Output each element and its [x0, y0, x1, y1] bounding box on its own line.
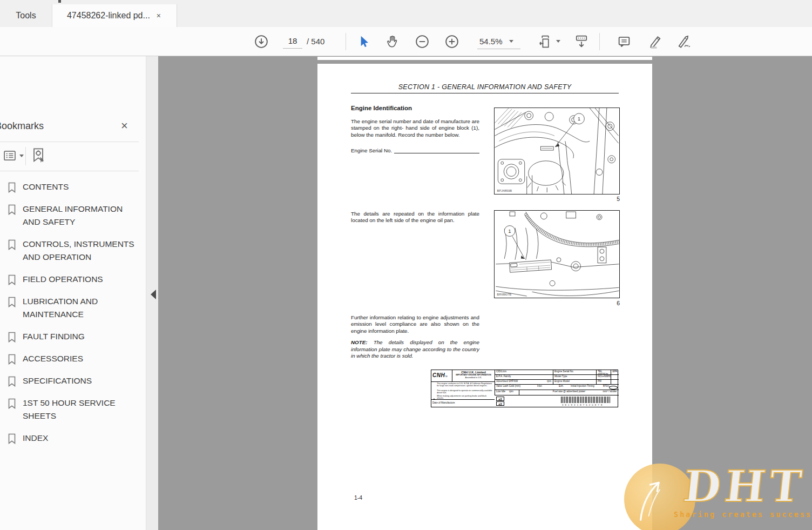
tab-bar: Tools 47458262-linked pd... ×	[0, 4, 812, 27]
highlight-pen-icon[interactable]	[647, 34, 662, 49]
plate-exh-label: Exh.	[559, 385, 564, 387]
paragraph-information-plate: The details are repeated on the informat…	[351, 211, 479, 224]
comment-icon[interactable]	[617, 34, 632, 49]
options-list-icon	[2, 148, 17, 163]
bookmark-item-general-information[interactable]: GENERAL INFORMATION AND SAFETY	[0, 199, 141, 229]
plate-adjustment-text: When making adjustments set parking brak…	[437, 395, 493, 400]
toolbar-divider	[346, 33, 346, 50]
bookmark-item-fault-finding[interactable]: FAULT FINDING	[0, 327, 141, 343]
divider	[25, 147, 26, 165]
expand-current-bookmark-button[interactable]	[30, 147, 46, 166]
divider	[0, 142, 139, 142]
bookmark-icon	[8, 433, 16, 444]
main-toolbar: 18 / 540 54.5%	[0, 27, 812, 56]
collapse-panel-arrow-icon[interactable]	[151, 290, 156, 299]
bookmark-item-field-operations[interactable]: FIELD OPERATIONS	[0, 270, 141, 286]
plate-fuel-rate-label: Fuel rate @ advertised power	[553, 390, 585, 393]
plate-advertised-label: Advertised SHP/kW	[496, 380, 518, 383]
plate-engine-serial-label: Engine Serial No.	[553, 370, 596, 375]
bookmark-icon	[8, 398, 16, 409]
scrolling-mode-icon[interactable]	[573, 33, 590, 50]
figure-5-number: 5	[607, 196, 620, 202]
bookmark-item-accessories[interactable]: ACCESSORIES	[0, 349, 141, 365]
bookmark-item-contents[interactable]: CONTENTS	[0, 177, 141, 193]
bookmark-item-first-50-hour[interactable]: 1ST 50 HOUR SERVICE SHEETS	[0, 393, 141, 422]
bookmark-item-controls-instruments[interactable]: CONTROLS, INSTRUMENTS AND OPERATION	[0, 234, 141, 264]
chevron-down-icon	[556, 40, 560, 43]
plate-model-type-label: Model Type	[553, 375, 596, 380]
section-header-rule	[351, 93, 619, 93]
bookmark-icon	[8, 354, 16, 365]
plate-inlet-label: Inlet	[537, 385, 542, 387]
plate-engine-model-label: Engine Model	[553, 380, 596, 385]
figure-6-number: 6	[607, 300, 620, 306]
page-number-input[interactable]: 18	[283, 35, 302, 49]
zoom-in-icon[interactable]	[444, 34, 459, 49]
page-count-label: / 540	[307, 35, 324, 49]
plate-injection-label: Initial Injection Timing	[571, 385, 594, 387]
tab-tools-label: Tools	[16, 11, 36, 21]
zoom-out-icon[interactable]	[415, 34, 430, 49]
engine-information-plate: CNHTM CNH U.K. Limited IMPORTANT ENGINE …	[431, 370, 618, 407]
bookmark-icon	[8, 332, 16, 343]
bookmark-icon	[8, 239, 16, 250]
fit-width-icon[interactable]	[537, 33, 560, 50]
page-footer-number: 1-4	[354, 494, 362, 501]
previous-page-edge	[317, 57, 652, 60]
plate-low-idle-label: Low Idle	[496, 390, 505, 393]
plate-e3-mark-1: e3	[496, 397, 504, 401]
note-paragraph: NOTE: The details displayed on the engin…	[351, 339, 479, 360]
plate-date-label: Date of Manufacture	[432, 401, 493, 404]
bookmark-icon	[8, 182, 16, 193]
cnh-logo: CNH	[432, 372, 445, 378]
toolbar-divider	[599, 33, 600, 50]
figure-6-oil-pan-illustration: 1 BRI8807B	[494, 210, 620, 298]
tab-close-icon[interactable]: ×	[155, 11, 162, 20]
note-text: The details displayed on the engine info…	[351, 339, 479, 359]
plate-oval-field	[609, 386, 618, 390]
select-tool-icon[interactable]	[356, 35, 370, 49]
bookmarks-options-button[interactable]	[2, 148, 24, 163]
document-viewport[interactable]: SECTION 1 - GENERAL INFORMATION AND SAFE…	[158, 56, 812, 530]
figure-6-photo-code: BRI8807B	[497, 293, 511, 296]
bookmark-icon	[8, 204, 16, 215]
hand-tool-icon[interactable]	[385, 34, 400, 49]
chevron-down-icon	[509, 40, 513, 43]
engine-serial-label: Engine Serial No.	[351, 147, 392, 153]
paragraph-engine-serial: The engine serial number and date of man…	[351, 118, 479, 138]
pdf-page: SECTION 1 - GENERAL INFORMATION AND SAFE…	[317, 64, 652, 530]
fill-sign-icon[interactable]	[676, 34, 692, 49]
paragraph-further-information: Further information relating to engine a…	[351, 314, 479, 334]
plate-epa-family-label: E.P.A. Family	[495, 375, 553, 380]
close-icon[interactable]: ×	[121, 119, 128, 133]
bookmarks-panel-title: Bookmarks	[0, 120, 44, 132]
bookmark-icon	[8, 376, 16, 387]
note-label: NOTE:	[351, 339, 367, 345]
plate-fuel-text: This engine is designed to operate on co…	[437, 390, 493, 394]
engine-identification-heading: Engine Identification	[351, 105, 412, 111]
plate-tel-label: TEL g/bKW-hr	[596, 370, 611, 375]
bookmark-icon	[8, 274, 16, 285]
zoom-level-dropdown[interactable]: 54.5%	[477, 34, 520, 49]
figure-6-callout: 1	[509, 229, 511, 234]
plate-barcode	[561, 397, 611, 403]
bookmark-target-icon	[30, 147, 46, 164]
bookmark-item-index[interactable]: INDEX	[0, 428, 141, 445]
zoom-level-value: 54.5%	[479, 37, 503, 46]
bookmark-item-specifications[interactable]: SPECIFICATIONS	[0, 371, 141, 387]
plate-rpm2-label: rpm	[509, 390, 513, 393]
bookmark-item-lubrication-maintenance[interactable]: LUBRICATION AND MAINTENANCE	[0, 292, 141, 321]
section-header: SECTION 1 - GENERAL INFORMATION AND SAFE…	[317, 83, 652, 91]
download-icon[interactable]	[254, 34, 269, 49]
plate-cid-label: CID/L/cm	[495, 370, 553, 375]
plate-valve-label: Valve Lash Cold (mm)	[496, 385, 520, 387]
tab-document-label: 47458262-linked pd...	[67, 11, 150, 21]
tab-document[interactable]: 47458262-linked pd... ×	[52, 4, 177, 27]
plate-stroke-unit-label: mm³ / stroke	[603, 390, 617, 393]
window-title-artifact	[58, 0, 61, 3]
divider	[0, 171, 139, 171]
window-title-strip	[0, 0, 812, 4]
bookmarks-list: CONTENTS GENERAL INFORMATION AND SAFETY …	[0, 177, 141, 451]
tab-tools[interactable]: Tools	[0, 4, 52, 27]
engine-serial-row: Engine Serial No.	[351, 147, 479, 153]
